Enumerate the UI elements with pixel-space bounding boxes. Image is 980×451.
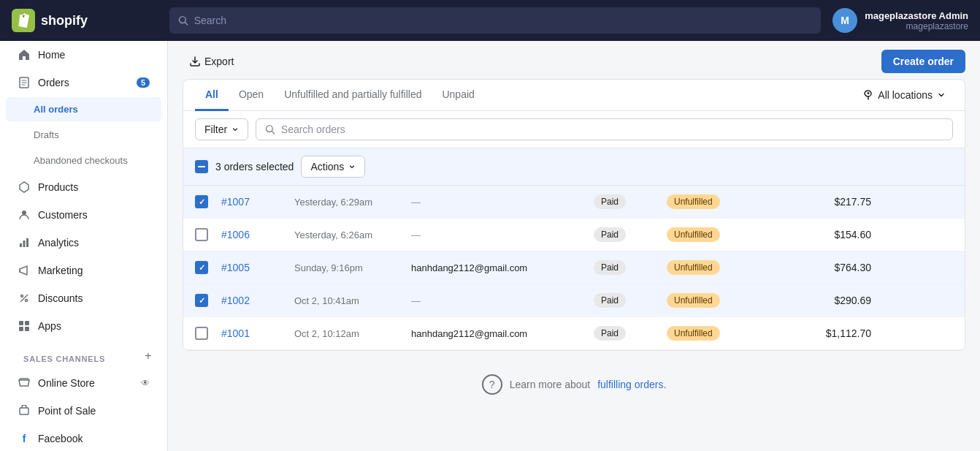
user-area: M mageplazastore Admin mageplazastore xyxy=(832,8,968,33)
order-customer-1007: — xyxy=(411,197,594,208)
location-filter-button[interactable]: All locations xyxy=(856,85,953,105)
add-sales-channel-button[interactable]: + xyxy=(141,349,156,363)
sidebar-item-home[interactable]: Home xyxy=(6,42,161,68)
deselect-all-button[interactable] xyxy=(195,160,208,173)
svg-rect-12 xyxy=(25,327,29,331)
tab-unfulfilled[interactable]: Unfulfilled and partially fulfilled xyxy=(274,80,432,111)
tab-unpaid[interactable]: Unpaid xyxy=(432,80,484,111)
fulfilling-orders-link[interactable]: fulfilling orders. xyxy=(597,379,666,390)
sidebar-item-point-of-sale[interactable]: Point of Sale xyxy=(6,398,161,424)
user-store: mageplazastore xyxy=(865,21,968,31)
sidebar-label-discounts: Discounts xyxy=(38,292,83,304)
order-checkbox-1002[interactable] xyxy=(195,294,208,307)
order-checkbox-1005[interactable] xyxy=(195,261,208,274)
sales-channels-header: SALES CHANNELS + xyxy=(0,340,167,369)
sidebar-item-abandoned[interactable]: Abandoned checkouts xyxy=(6,148,161,173)
sidebar-item-orders[interactable]: Orders 5 xyxy=(6,69,161,96)
sidebar-item-drafts[interactable]: Drafts xyxy=(6,123,161,147)
tab-unpaid-label: Unpaid xyxy=(442,88,474,100)
sidebar-item-online-store[interactable]: Online Store 👁 xyxy=(6,370,161,396)
svg-rect-6 xyxy=(26,238,28,247)
search-orders-icon xyxy=(265,124,275,134)
svg-point-8 xyxy=(26,300,28,302)
sidebar-label-home: Home xyxy=(38,49,65,61)
order-fulfillment-1006: Unfulfilled xyxy=(667,227,784,242)
order-number-1001[interactable]: #1001 xyxy=(221,327,294,339)
order-customer-1001: hanhdang2112@gmail.com xyxy=(411,328,594,339)
apps-icon xyxy=(18,319,31,333)
tab-all-label: All xyxy=(205,88,218,100)
order-amount-1002: $290.69 xyxy=(784,295,871,306)
svg-point-14 xyxy=(868,92,870,94)
filter-button[interactable]: Filter xyxy=(195,118,248,140)
svg-point-7 xyxy=(21,295,23,297)
home-icon xyxy=(18,48,31,61)
sidebar-label-marketing: Marketing xyxy=(38,265,83,276)
svg-rect-11 xyxy=(19,327,23,331)
order-checkbox-1001[interactable] xyxy=(195,327,208,340)
sidebar-item-facebook[interactable]: f Facebook xyxy=(6,425,161,451)
location-icon xyxy=(863,90,873,100)
sidebar-item-all-orders[interactable]: All orders xyxy=(6,97,161,121)
order-fulfillment-1005: Unfulfilled xyxy=(667,260,784,275)
table-row: #1001 Oct 2, 10:12am hanhdang2112@gmail.… xyxy=(183,317,965,350)
orders-icon xyxy=(18,76,31,89)
sidebar-item-apps[interactable]: Apps xyxy=(6,313,161,339)
sidebar-item-analytics[interactable]: Analytics xyxy=(6,230,161,256)
sidebar-label-drafts: Drafts xyxy=(34,129,59,140)
table-row: #1006 Yesterday, 6:26am — Paid Unfulfill… xyxy=(183,219,965,251)
order-checkbox-1007[interactable] xyxy=(195,195,208,208)
tabs-left: All Open Unfulfilled and partially fulfi… xyxy=(195,80,485,110)
sidebar-item-discounts[interactable]: Discounts xyxy=(6,285,161,311)
sidebar-label-point-of-sale: Point of Sale xyxy=(38,405,96,417)
selected-count-text: 3 orders selected xyxy=(215,161,294,173)
export-button[interactable]: Export xyxy=(183,51,241,72)
tab-unfulfilled-label: Unfulfilled and partially fulfilled xyxy=(284,88,421,100)
logo-area: shopify xyxy=(12,9,158,32)
sidebar-item-marketing[interactable]: Marketing xyxy=(6,257,161,284)
bulk-actions-row: 3 orders selected Actions xyxy=(183,148,965,186)
order-fulfillment-1002: Unfulfilled xyxy=(667,293,784,308)
table-row: #1007 Yesterday, 6:29am — Paid Unfulfill… xyxy=(183,186,965,219)
help-icon: ? xyxy=(482,374,502,395)
table-row: #1002 Oct 2, 10:41am — Paid Unfulfilled … xyxy=(183,284,965,317)
app-body: Home Orders 5 All orders Drafts Abandone… xyxy=(0,41,980,451)
search-icon xyxy=(178,15,188,26)
svg-rect-4 xyxy=(20,243,22,247)
order-customer-1005: hanhdang2112@gmail.com xyxy=(411,262,594,273)
order-number-1007[interactable]: #1007 xyxy=(221,196,294,208)
search-bar[interactable] xyxy=(169,7,821,34)
order-number-1005[interactable]: #1005 xyxy=(221,262,294,273)
sidebar-label-abandoned: Abandoned checkouts xyxy=(34,155,128,166)
tab-all[interactable]: All xyxy=(195,80,229,111)
sidebar-item-customers[interactable]: Customers xyxy=(6,202,161,228)
sidebar-label-facebook: Facebook xyxy=(38,433,83,444)
customers-icon xyxy=(18,208,31,221)
order-number-1002[interactable]: #1002 xyxy=(221,295,294,306)
order-checkbox-1006[interactable] xyxy=(195,228,208,241)
search-orders-wrap[interactable] xyxy=(256,118,953,140)
order-date-1007: Yesterday, 6:29am xyxy=(294,197,411,208)
tabs-row: All Open Unfulfilled and partially fulfi… xyxy=(183,80,965,111)
chevron-down-icon xyxy=(937,91,946,99)
export-icon xyxy=(190,56,200,67)
svg-rect-9 xyxy=(19,321,23,325)
sidebar: Home Orders 5 All orders Drafts Abandone… xyxy=(0,41,168,451)
order-fulfillment-1007: Unfulfilled xyxy=(667,194,784,209)
logo-text: shopify xyxy=(41,13,88,29)
search-orders-input[interactable] xyxy=(281,124,943,135)
sidebar-label-analytics: Analytics xyxy=(38,237,79,249)
online-store-eye-icon[interactable]: 👁 xyxy=(141,378,150,388)
sales-channels-label: SALES CHANNELS xyxy=(12,346,117,366)
user-name: mageplazastore Admin xyxy=(865,10,968,21)
sidebar-item-products[interactable]: Products xyxy=(6,174,161,200)
sidebar-label-customers: Customers xyxy=(38,209,88,221)
svg-rect-13 xyxy=(20,408,28,414)
search-input[interactable] xyxy=(194,15,813,26)
products-icon xyxy=(18,181,31,194)
tab-open[interactable]: Open xyxy=(229,80,274,111)
order-number-1006[interactable]: #1006 xyxy=(221,229,294,240)
actions-dropdown-button[interactable]: Actions xyxy=(301,156,365,178)
shopify-logo-icon xyxy=(12,9,35,32)
create-order-button[interactable]: Create order xyxy=(881,50,965,73)
